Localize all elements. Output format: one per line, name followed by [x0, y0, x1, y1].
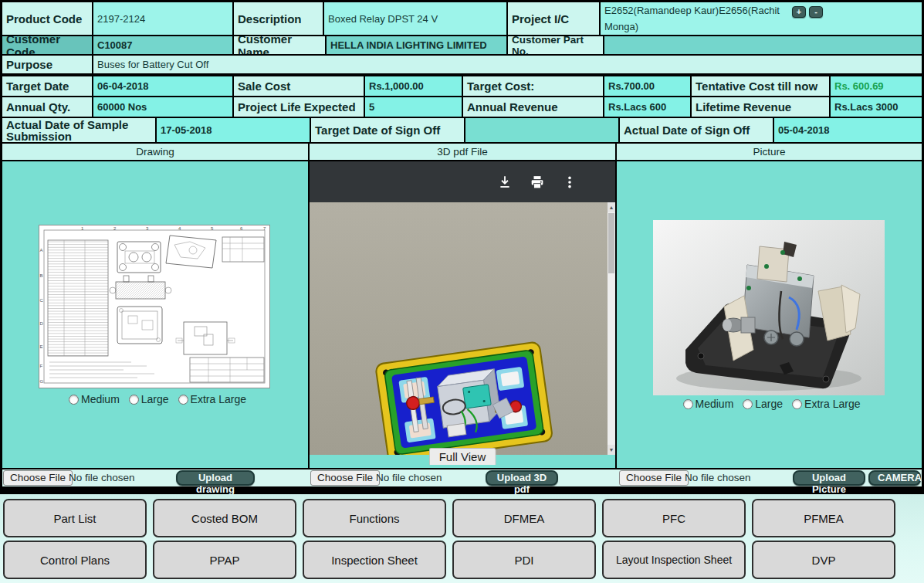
- tentative-cost-value: Rs. 600.69: [831, 76, 922, 96]
- pdf3d-panel: ▲ ▼ Full View: [310, 161, 615, 468]
- drawing-size-large-label: Large: [141, 393, 169, 405]
- pdf3d-header: 3D pdf File: [310, 144, 615, 160]
- functions-button[interactable]: Functions: [303, 499, 446, 537]
- pfmea-button[interactable]: PFMEA: [752, 499, 895, 537]
- project-life-value: 5: [365, 97, 462, 117]
- drawing-size-options: Medium Large Extra Large: [2, 393, 308, 405]
- panel-header-row: Drawing 3D pdf File Picture: [2, 144, 922, 160]
- ppap-button[interactable]: PPAP: [153, 541, 296, 579]
- customer-code-value: C10087: [93, 36, 232, 54]
- drawing-size-xlarge-label: Extra Large: [191, 393, 246, 405]
- choose-pdf-file-button[interactable]: Choose File: [310, 470, 380, 486]
- row-costs: Target Date 06-04-2018 Sale Cost Rs.1,00…: [2, 76, 922, 96]
- svg-text:C: C: [40, 298, 44, 303]
- target-cost-label: Target Cost:: [463, 76, 603, 96]
- row-purpose: Purpose Buses for Battery Cut Off: [2, 56, 922, 73]
- row-customer: Customer Code C10087 Customer Name HELLA…: [2, 36, 922, 54]
- product-code-value: 2197-2124: [93, 2, 232, 35]
- target-date-value: 06-04-2018: [93, 76, 232, 96]
- pdf-scrollbar[interactable]: ▲ ▼: [608, 202, 615, 455]
- control-plans-button[interactable]: Control Plans: [3, 541, 147, 579]
- layout-inspection-sheet-button[interactable]: Layout Inspection Sheet: [602, 541, 746, 579]
- tentative-cost-label: Tentative Cost till now: [692, 76, 829, 96]
- actual-sign-off-value: 05-04-2018: [774, 118, 922, 142]
- inspection-sheet-button[interactable]: Inspection Sheet: [303, 541, 446, 579]
- media-panels: 123 4567 ABC DEFG: [2, 161, 922, 468]
- actual-sign-off-label: Actual Date of Sign Off: [620, 118, 773, 142]
- scroll-up-arrow-icon[interactable]: ▲: [608, 202, 615, 212]
- add-project-ic-button[interactable]: +: [792, 6, 806, 18]
- drawing-size-medium-radio[interactable]: [69, 395, 79, 405]
- annual-revenue-label: Annual Revenue: [463, 97, 603, 117]
- pfc-button[interactable]: PFC: [602, 499, 746, 537]
- customer-part-no-label: Customer Part No.: [508, 36, 603, 54]
- drawing-header: Drawing: [2, 144, 308, 160]
- remove-project-ic-button[interactable]: -: [809, 6, 823, 18]
- drawing-size-xlarge-radio[interactable]: [178, 395, 188, 405]
- upload-picture-button[interactable]: Upload Picture: [793, 470, 865, 486]
- product-info-table: Product Code 2197-2124 Description Boxed…: [0, 0, 924, 488]
- picture-panel: Medium Large Extra Large: [617, 161, 922, 468]
- sale-cost-label: Sale Cost: [234, 76, 364, 96]
- target-sign-off-value: [465, 118, 618, 142]
- picture-size-options: Medium Large Extra Large: [617, 398, 922, 410]
- scrollbar-thumb[interactable]: [608, 213, 614, 273]
- upload-3d-pdf-button[interactable]: Upload 3D pdf: [486, 470, 558, 486]
- scroll-down-arrow-icon[interactable]: ▼: [608, 445, 615, 455]
- choose-picture-file-button[interactable]: Choose File: [619, 470, 689, 486]
- project-ic-cell: E2652(Ramandeep Kaur)E2656(Rachit Monga)…: [601, 2, 922, 35]
- picture-image: [653, 220, 885, 395]
- choose-drawing-file-button[interactable]: Choose File: [3, 470, 73, 486]
- sample-submission-label: Actual Date of Sample Submission: [2, 118, 155, 142]
- pdi-button[interactable]: PDI: [452, 541, 596, 579]
- kebab-menu-icon[interactable]: [563, 175, 577, 189]
- upload-drawing-button[interactable]: Upload drawing: [176, 470, 255, 486]
- costed-bom-button[interactable]: Costed BOM: [153, 499, 296, 537]
- product-detail-screen: Product Code 2197-2124 Description Boxed…: [0, 0, 924, 583]
- picture-size-medium-radio[interactable]: [683, 399, 693, 409]
- picture-size-large-radio[interactable]: [743, 399, 753, 409]
- customer-code-label: Customer Code: [2, 36, 92, 54]
- lifetime-revenue-value: Rs.Lacs 3000: [831, 97, 922, 117]
- picture-no-file-text: No file chosen: [685, 471, 751, 485]
- camera-button[interactable]: CAMERA: [868, 470, 921, 486]
- customer-name-value: HELLA INDIA LIGHTING LIMITED: [327, 36, 506, 54]
- drawing-size-large-radio[interactable]: [129, 395, 139, 405]
- svg-text:B: B: [40, 273, 43, 278]
- description-value: Boxed Relay DPST 24 V: [324, 2, 506, 35]
- annual-revenue-value: Rs.Lacs 600: [604, 97, 690, 117]
- customer-part-no-value: [604, 36, 922, 54]
- pdf-toolbar: [310, 161, 615, 202]
- customer-name-label: Customer Name: [234, 36, 325, 54]
- target-date-label: Target Date: [2, 76, 92, 96]
- full-view-button[interactable]: Full View: [429, 448, 496, 465]
- part-list-button[interactable]: Part List: [3, 499, 147, 537]
- action-button-area: Part List Costed BOM Functions DFMEA PFC…: [0, 494, 924, 583]
- picture-size-medium-label: Medium: [696, 398, 734, 410]
- svg-text:F: F: [40, 364, 43, 368]
- purpose-value: Buses for Battery Cut Off: [93, 56, 922, 73]
- section-divider: [0, 488, 924, 494]
- action-row-2: Control Plans PPAP Inspection Sheet PDI …: [3, 541, 924, 579]
- svg-text:E: E: [40, 344, 43, 349]
- project-ic-label: Project I/C: [508, 2, 599, 35]
- drawing-no-file-text: No file chosen: [69, 471, 135, 485]
- action-row-1: Part List Costed BOM Functions DFMEA PFC…: [3, 499, 924, 537]
- sample-submission-value: 17-05-2018: [157, 118, 310, 142]
- product-code-label: Product Code: [2, 2, 92, 35]
- print-icon[interactable]: [530, 175, 544, 189]
- annual-qty-value: 60000 Nos: [93, 97, 232, 117]
- picture-header: Picture: [617, 144, 922, 160]
- dfmea-button[interactable]: DFMEA: [452, 499, 596, 537]
- project-ic-value: E2652(Ramandeep Kaur)E2656(Rachit Monga): [604, 2, 807, 35]
- picture-size-xlarge-radio[interactable]: [792, 399, 802, 409]
- target-cost-value: Rs.700.00: [604, 76, 690, 96]
- project-ic-controls: + -: [792, 6, 823, 18]
- dvp-button[interactable]: DVP: [752, 541, 895, 579]
- drawing-size-medium-label: Medium: [81, 393, 120, 405]
- upload-controls-row: Choose File No file chosen Upload drawin…: [2, 469, 922, 486]
- annual-qty-label: Annual Qty.: [2, 97, 92, 117]
- row-signoff: Actual Date of Sample Submission 17-05-2…: [2, 118, 922, 142]
- model-3d-image: [356, 327, 572, 455]
- download-icon[interactable]: [498, 175, 512, 189]
